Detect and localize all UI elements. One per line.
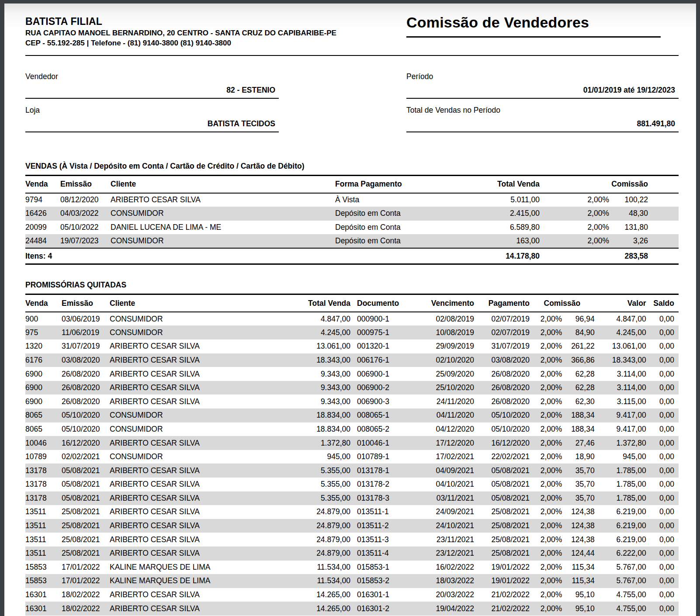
total-cell: 11.534,00 (295, 574, 350, 588)
pct-cell: 2,00% (530, 367, 562, 381)
col-comissao: Comissão (540, 176, 679, 193)
vencimento-cell: 16/02/2022 (404, 561, 474, 574)
emissao-cell: 05/10/2022 (60, 221, 111, 235)
pagamento-cell: 26/08/2020 (474, 367, 530, 381)
pagamento-cell: 05/08/2021 (474, 478, 530, 491)
total-vendas-value: 881.491,80 (406, 119, 679, 128)
total-vendas-label: Total de Vendas no Período (406, 105, 679, 115)
documento-cell: 016301-2 (350, 602, 404, 616)
comissao-cell: 131,80 (609, 221, 679, 235)
saldo-cell: 0,00 (646, 547, 679, 561)
documento-cell: 010046-1 (350, 436, 404, 450)
emissao-cell: 26/08/2020 (62, 395, 110, 408)
field-vendedor: Vendedor 82 - ESTENIO (25, 72, 279, 99)
pagamento-cell: 16/12/2020 (474, 436, 530, 450)
total-cell: 5.011,00 (462, 193, 540, 207)
pct-cell: 2,00% (530, 602, 562, 616)
venda-cell: 13511 (25, 505, 62, 519)
saldo-cell: 0,00 (646, 312, 679, 326)
comissao-cell: 35,70 (562, 478, 594, 491)
comissao-cell: 261,22 (562, 339, 594, 353)
vencimento-cell: 25/09/2020 (404, 367, 474, 381)
valor-cell: 3.115,00 (595, 395, 646, 408)
vendas-table: Venda Emissão Cliente Forma Pagamento To… (25, 175, 679, 265)
pct-cell: 2,00% (530, 395, 562, 408)
saldo-cell: 0,00 (646, 464, 679, 478)
cliente-cell: ARIBERTO CESAR SILVA (110, 491, 295, 505)
comissao-cell: 84,90 (562, 325, 594, 339)
col-emissao: Emissão (62, 294, 110, 312)
vendedor-value: 82 - ESTENIO (25, 85, 279, 95)
vencimento-cell: 24/09/2021 (404, 505, 474, 519)
pagamento-cell: 02/07/2019 (474, 325, 530, 339)
pct-cell: 2,00% (530, 519, 562, 533)
saldo-cell: 0,00 (646, 505, 679, 519)
pct-cell: 2,00% (530, 436, 562, 450)
comissao-cell: 18,90 (562, 450, 594, 464)
promissorias-row: 1585317/01/2022KALINE MARQUES DE LIMA11.… (25, 561, 679, 574)
comissao-cell: 188,34 (562, 422, 594, 436)
pagamento-cell: 25/08/2021 (474, 533, 530, 547)
pct-cell: 2,00% (540, 207, 609, 221)
total-cell: 5.355,00 (295, 491, 350, 505)
documento-cell: 013178-2 (350, 478, 404, 491)
promissorias-section: PROMISSÓRIAS QUITADAS Venda Emissão Clie… (25, 280, 679, 616)
documento-cell: 008065-1 (350, 408, 404, 422)
valor-cell: 4.755,00 (595, 602, 646, 616)
comissao-cell: 3,26 (609, 234, 679, 248)
cliente-cell: ARIBERTO CESAR SILVA (110, 367, 295, 381)
venda-cell: 10046 (25, 436, 62, 450)
forma-cell: À Vista (335, 193, 462, 207)
documento-cell: 015853-1 (350, 561, 404, 574)
emissao-cell: 18/02/2022 (62, 588, 110, 602)
pct-cell: 2,00% (530, 505, 562, 519)
emissao-cell: 11/06/2019 (62, 325, 110, 339)
documento-cell: 010789-1 (350, 450, 404, 464)
valor-cell: 9.417,00 (595, 408, 646, 422)
cliente-cell: ARIBERTO CESAR SILVA (110, 602, 295, 616)
emissao-cell: 03/06/2019 (62, 312, 110, 326)
emissao-cell: 19/07/2023 (60, 234, 111, 248)
promissorias-row: 1585317/01/2022KALINE MARQUES DE LIMA11.… (25, 574, 679, 588)
total-cell: 5.355,00 (295, 464, 350, 478)
vencimento-cell: 03/11/2021 (404, 491, 474, 505)
pct-cell: 2,00% (530, 408, 562, 422)
venda-cell: 24484 (25, 234, 60, 248)
vendas-section: VENDAS (À Vista / Depósito em Conta / Ca… (25, 162, 679, 265)
valor-cell: 945,00 (595, 450, 646, 464)
cliente-cell: CONSUMIDOR (110, 312, 295, 326)
documento-cell: 013511-2 (350, 519, 404, 533)
vencimento-cell: 17/02/2021 (404, 450, 474, 464)
saldo-cell: 0,00 (646, 450, 679, 464)
field-loja: Loja BATISTA TECIDOS (25, 105, 279, 132)
valor-cell: 3.114,00 (595, 367, 646, 381)
pagamento-cell: 05/10/2020 (474, 422, 530, 436)
pagamento-cell: 21/02/2022 (474, 588, 530, 602)
cliente-cell: CONSUMIDOR (111, 234, 335, 248)
valor-cell: 6.219,00 (595, 533, 646, 547)
comissao-cell: 27,46 (562, 436, 594, 450)
vencimento-cell: 04/10/2021 (404, 478, 474, 491)
company-address-line2: CEP - 55.192-285 | Telefone - (81) 9140-… (25, 38, 679, 48)
documento-cell: 006176-1 (350, 353, 404, 367)
venda-cell: 900 (25, 312, 62, 326)
total-cell: 945,00 (295, 450, 350, 464)
emissao-cell: 17/01/2022 (62, 574, 110, 588)
total-cell: 24.879,00 (295, 533, 350, 547)
cliente-cell: CONSUMIDOR (111, 207, 335, 221)
cliente-cell: CONSUMIDOR (110, 325, 295, 339)
vendas-section-title: VENDAS (À Vista / Depósito em Conta / Ca… (25, 162, 679, 171)
total-cell: 14.265,00 (295, 588, 350, 602)
saldo-cell: 0,00 (646, 395, 679, 408)
venda-cell: 6900 (25, 367, 62, 381)
saldo-cell: 0,00 (646, 353, 679, 367)
saldo-cell: 0,00 (646, 367, 679, 381)
vencimento-cell: 23/11/2021 (404, 533, 474, 547)
emissao-cell: 05/10/2020 (62, 408, 110, 422)
saldo-cell: 0,00 (646, 408, 679, 422)
promissorias-row: 90003/06/2019CONSUMIDOR4.847,00000900-10… (25, 312, 679, 326)
cliente-cell: ARIBERTO CESAR SILVA (110, 519, 295, 533)
total-cell: 1.372,80 (295, 436, 350, 450)
emissao-cell: 18/02/2022 (62, 602, 110, 616)
venda-cell: 15853 (25, 561, 62, 574)
